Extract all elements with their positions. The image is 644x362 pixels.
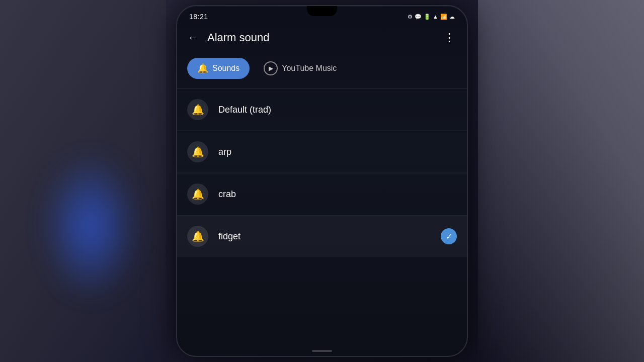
notch	[307, 6, 337, 16]
sound-icon-arp: 🔔	[187, 141, 208, 162]
tab-sounds-label: Sounds	[212, 64, 239, 73]
scroll-hint	[177, 346, 467, 356]
tab-youtube-label: YouTube Music	[282, 64, 337, 73]
selected-checkmark: ✓	[441, 228, 457, 244]
youtube-play-icon: ▶	[264, 61, 278, 75]
background-right	[478, 0, 644, 362]
bell-icon-arp: 🔔	[192, 146, 204, 158]
battery-icon: 🔋	[424, 14, 431, 20]
more-options-button[interactable]: ⋮	[441, 31, 457, 44]
sound-name-fidget: fidget	[218, 231, 441, 242]
tab-row: 🔔 Sounds ▶ YouTube Music	[177, 51, 467, 88]
sound-item-crab[interactable]: 🔔 crab	[177, 173, 467, 215]
sound-name-arp: arp	[218, 147, 457, 157]
sound-name-crab: crab	[218, 189, 457, 200]
phone-frame: 18:21 ⚙ 💬 🔋 ▲ 📶 ☁ ← Alarm sound ⋮	[176, 5, 468, 357]
bell-icon-default-trad: 🔔	[192, 104, 204, 116]
sound-item-default-trad[interactable]: 🔔 Default (trad)	[177, 89, 467, 131]
signal-icon: 📶	[440, 14, 447, 20]
blue-glow	[40, 151, 141, 302]
sounds-bell-icon: 🔔	[197, 63, 208, 74]
sound-item-fidget[interactable]: 🔔 fidget ✓	[177, 216, 467, 257]
sound-icon-fidget: 🔔	[187, 226, 208, 247]
back-button[interactable]: ←	[185, 31, 201, 44]
bell-icon-fidget: 🔔	[192, 230, 204, 242]
bell-icon-crab: 🔔	[192, 188, 204, 200]
sound-item-arp[interactable]: 🔔 arp	[177, 131, 467, 173]
sound-list: 🔔 Default (trad) 🔔 arp 🔔	[177, 89, 467, 346]
sound-name-default-trad: Default (trad)	[218, 105, 457, 115]
status-icons: ⚙ 💬 🔋 ▲ 📶 ☁	[408, 14, 455, 20]
scene: 18:21 ⚙ 💬 🔋 ▲ 📶 ☁ ← Alarm sound ⋮	[0, 0, 644, 362]
settings-icon: ⚙	[408, 14, 413, 20]
page-title: Alarm sound	[207, 31, 441, 44]
tab-sounds[interactable]: 🔔 Sounds	[187, 58, 250, 79]
wifi-icon: ▲	[433, 14, 438, 20]
status-time: 18:21	[189, 13, 208, 21]
header: ← Alarm sound ⋮	[177, 24, 467, 51]
scroll-dot	[312, 350, 332, 352]
cloud-icon: ☁	[449, 14, 455, 20]
message-icon: 💬	[415, 14, 422, 20]
sound-icon-crab: 🔔	[187, 184, 208, 205]
phone-content: 18:21 ⚙ 💬 🔋 ▲ 📶 ☁ ← Alarm sound ⋮	[177, 6, 467, 356]
tab-youtube-music[interactable]: ▶ YouTube Music	[256, 56, 345, 80]
sound-icon-default-trad: 🔔	[187, 99, 208, 120]
